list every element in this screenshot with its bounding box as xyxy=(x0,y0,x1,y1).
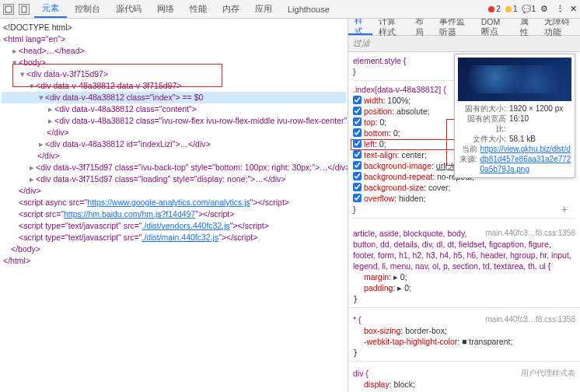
html-tag[interactable]: <html lang="en"> xyxy=(2,33,346,45)
dom-close[interactable]: </div> xyxy=(2,185,346,197)
preview-image xyxy=(458,58,571,101)
script-tag[interactable]: <script async src="https://www.google-an… xyxy=(2,197,346,208)
body-tag[interactable]: ▾<body> xyxy=(2,57,346,68)
script-tag[interactable]: <script type="text/javascript" src="./di… xyxy=(2,232,346,243)
dom-node[interactable]: ▸<div data-v-48a38812 class="ivu-row-fle… xyxy=(2,115,346,127)
dom-close[interactable]: </div> xyxy=(2,150,346,162)
tab-application[interactable]: 应用 xyxy=(247,0,280,18)
svg-rect-1 xyxy=(22,6,26,12)
close-icon[interactable]: ✕ xyxy=(570,4,577,14)
prop-toggle[interactable] xyxy=(353,139,362,148)
tab-sources[interactable]: 源代码 xyxy=(108,0,149,18)
error-count[interactable]: 2 xyxy=(488,5,501,13)
more-icon[interactable]: ⋮ xyxy=(556,4,565,14)
dom-node[interactable]: ▾<div data-v-3f715d97> xyxy=(2,68,346,80)
tab-computed[interactable]: 计算样式 xyxy=(372,19,408,35)
prop-toggle[interactable] xyxy=(353,128,362,137)
prop-toggle[interactable] xyxy=(353,161,362,170)
tab-lighthouse[interactable]: Lighthouse xyxy=(280,0,337,18)
warning-count[interactable]: 1 xyxy=(505,5,518,13)
head-tag[interactable]: ▸<head>…</head> xyxy=(2,45,346,57)
image-preview-tooltip: 固有的大小:1920 × 1200 px 固有的宽高比:16:10 文件大小:5… xyxy=(454,54,575,178)
tab-dombp[interactable]: DOM 断点 xyxy=(475,19,514,35)
tab-layout[interactable]: 布局 xyxy=(409,19,433,35)
doctype[interactable]: <!DOCTYPE html> xyxy=(2,22,346,33)
tab-performance[interactable]: 性能 xyxy=(182,0,215,18)
dom-close[interactable]: </div> xyxy=(2,127,346,138)
add-rule-icon[interactable]: + xyxy=(561,204,568,215)
prop-toggle[interactable] xyxy=(353,172,362,180)
tab-styles[interactable]: 样式 xyxy=(348,19,372,35)
prop-toggle[interactable] xyxy=(353,194,362,202)
script-tag[interactable]: <script src="https://hm.baidu.com/hm.js?… xyxy=(2,208,346,220)
tab-a11y[interactable]: 无障碍功能 xyxy=(538,19,580,35)
rule-reset[interactable]: main.440fc3…f8.css:1358 article, aside, … xyxy=(348,225,580,308)
tab-console[interactable]: 控制台 xyxy=(67,0,108,18)
prop-toggle[interactable] xyxy=(353,96,362,104)
svg-rect-0 xyxy=(5,6,12,12)
devtools-toolbar: 元素 控制台 源代码 网络 性能 内存 应用 Lighthouse 2 1 💬1… xyxy=(0,0,580,19)
rule-star[interactable]: main.440fc3…f8.css:1358 * { box-sizing: … xyxy=(348,311,580,362)
filter-input[interactable]: 过滤 xyxy=(348,36,580,52)
body-close[interactable]: </body> xyxy=(2,243,346,255)
dom-node[interactable]: ▾<div data-v-48a38812 data-v-3f715d97> xyxy=(2,80,346,92)
script-tag[interactable]: <script type="text/javascript" src="./di… xyxy=(2,220,346,232)
dom-node[interactable]: ▸<div data-v-3f715d97 class="loading" st… xyxy=(2,173,346,185)
chat-icon[interactable]: 💬1 xyxy=(522,5,536,13)
settings-icon[interactable]: ⚙ xyxy=(540,4,551,15)
dom-tree[interactable]: <!DOCTYPE html> <html lang="en"> ▸<head>… xyxy=(0,19,348,392)
styles-panel: 样式 计算样式 布局 事件监听器 DOM 断点 属性 无障碍功能 过滤 固有的大… xyxy=(348,19,580,392)
prop-toggle[interactable] xyxy=(353,107,362,115)
prop-toggle[interactable] xyxy=(353,150,362,159)
tab-props[interactable]: 属性 xyxy=(514,19,538,35)
prop-toggle[interactable] xyxy=(353,183,362,191)
prop-toggle[interactable] xyxy=(353,117,362,126)
dom-node[interactable]: ▸<div data-v-48a38812 id="indexLizi">…</… xyxy=(2,138,346,150)
tab-listeners[interactable]: 事件监听器 xyxy=(433,19,475,35)
dom-node-selected[interactable]: ▾<div data-v-48a38812 class="index"> == … xyxy=(2,92,346,103)
rule-div[interactable]: 用户代理样式表 div { display: block;} xyxy=(348,365,580,392)
dom-node[interactable]: ▸<div data-v-48a38812 class="content"> xyxy=(2,103,346,115)
tab-memory[interactable]: 内存 xyxy=(215,0,247,18)
inspect-icon[interactable] xyxy=(3,4,14,15)
styles-tabs: 样式 计算样式 布局 事件监听器 DOM 断点 属性 无障碍功能 xyxy=(348,19,580,36)
tab-elements[interactable]: 元素 xyxy=(34,0,67,18)
tab-network[interactable]: 网络 xyxy=(149,0,182,18)
device-icon[interactable] xyxy=(19,4,30,15)
dom-node[interactable]: ▸<div data-v-3f715d97 class="ivu-back-to… xyxy=(2,162,346,173)
html-close[interactable]: </html> xyxy=(2,255,346,267)
panel-tabs: 元素 控制台 源代码 网络 性能 内存 应用 Lighthouse xyxy=(34,0,337,18)
